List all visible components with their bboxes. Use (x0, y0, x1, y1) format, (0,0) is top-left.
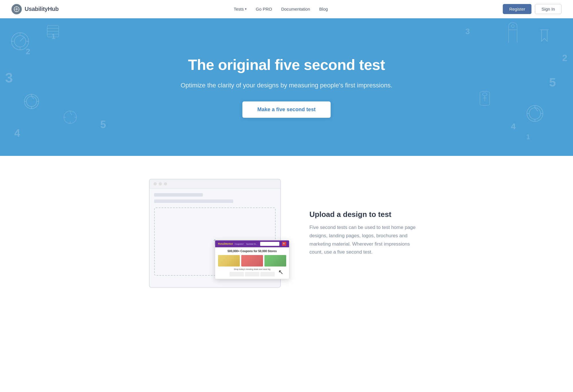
cta-button[interactable]: Make a five second test (242, 101, 330, 118)
browser-mockup: ↑ RetailMeNot Coupons+ Summer B... 🔍 500… (149, 179, 286, 288)
cursor-icon: ↖ (278, 268, 283, 276)
nav-item-tests[interactable]: Tests (234, 7, 247, 11)
svg-point-18 (26, 96, 37, 107)
nav-item-pro[interactable]: Go PRO (256, 7, 272, 12)
dot-yellow (159, 182, 162, 185)
svg-line-8 (20, 37, 24, 41)
logo[interactable]: UsabilityHub (11, 4, 59, 14)
screenshot-subtitle: Shop today's trending deals and save big (218, 268, 286, 270)
logo-item-1 (229, 272, 244, 277)
svg-point-1 (15, 8, 18, 10)
content-section: ↑ RetailMeNot Coupons+ Summer B... 🔍 500… (115, 156, 458, 311)
section1-text: Upload a design to test Five second test… (309, 210, 424, 257)
inner-screenshot: RetailMeNot Coupons+ Summer B... 🔍 500,0… (215, 240, 289, 279)
screenshot-logo: RetailMeNot (218, 242, 233, 245)
logo-item-2 (245, 272, 259, 277)
placeholder-bar-2 (154, 199, 233, 203)
nav-item-blog[interactable]: Blog (319, 7, 328, 12)
hero-title: The original five second test (180, 56, 392, 74)
product-1 (218, 255, 240, 266)
nav-links: Tests Go PRO Documentation Blog (234, 7, 328, 12)
svg-point-25 (511, 25, 514, 28)
screenshot-nav: Coupons+ Summer B... (235, 243, 257, 245)
product-2 (241, 255, 263, 266)
section1-body: Five second tests can be used to test ho… (309, 224, 424, 257)
screenshot-topbar: RetailMeNot Coupons+ Summer B... 🔍 (215, 240, 289, 247)
hero-section: 3 4 2 2 5 4 5 3 1 1 The original five se… (0, 18, 573, 156)
nav-link-tests[interactable]: Tests (234, 7, 247, 11)
navbar: UsabilityHub Tests Go PRO Documentation … (0, 0, 573, 18)
nav-item-docs[interactable]: Documentation (281, 7, 310, 12)
screenshot-products (218, 255, 286, 266)
hero-subtitle: Optimize the clarity of your designs by … (180, 81, 392, 90)
nav-link-pro[interactable]: Go PRO (256, 7, 272, 11)
register-button[interactable]: Register (503, 4, 531, 14)
screenshot-search-icon: 🔍 (282, 242, 286, 246)
nav-right: Register Sign In (503, 4, 562, 14)
svg-point-32 (482, 93, 487, 96)
signin-button[interactable]: Sign In (535, 4, 562, 14)
logo-text: UsabilityHub (25, 6, 59, 12)
nav-link-blog[interactable]: Blog (319, 7, 328, 11)
product-3 (264, 255, 286, 266)
screenshot-search (260, 242, 279, 246)
svg-point-27 (529, 108, 541, 119)
dot-green (164, 182, 167, 185)
section1-title: Upload a design to test (309, 210, 424, 219)
logo-icon (11, 4, 22, 14)
screenshot-logos (218, 272, 286, 277)
browser-chrome (150, 179, 280, 189)
placeholder-bar-1 (154, 193, 203, 197)
hero-content: The original five second test Optimize t… (180, 56, 392, 118)
nav-link-docs[interactable]: Documentation (281, 7, 310, 11)
dot-red (154, 182, 157, 185)
screenshot-title: 500,000+ Coupons for 50,000 Stores (218, 250, 286, 253)
logo-item-3 (260, 272, 275, 277)
